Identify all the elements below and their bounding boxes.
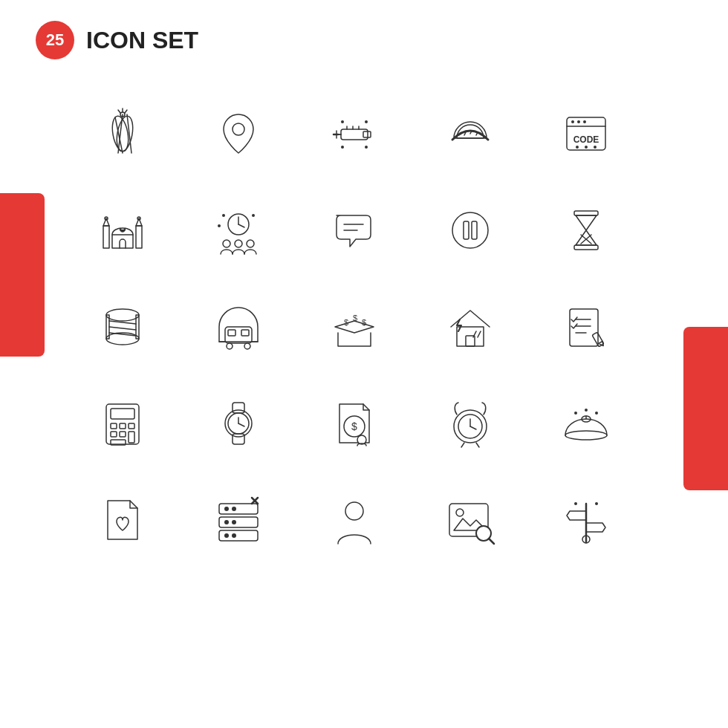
svg-point-44 [235,240,242,247]
svg-point-21 [341,146,344,149]
svg-point-22 [365,146,368,149]
schedule-meeting-icon [198,189,279,271]
page-title: ICON SET [86,27,198,54]
thread-spool-icon [82,286,163,368]
svg-line-8 [118,110,120,113]
image-search-icon [429,479,511,561]
pause-circle-icon [429,189,511,271]
svg-point-58 [106,309,139,321]
svg-point-34 [594,146,597,149]
watch-icon [198,383,279,464]
house-storm-icon [429,286,511,368]
svg-text:$: $ [362,318,366,327]
svg-rect-86 [120,423,126,429]
svg-point-20 [365,120,368,123]
person-icon [313,479,395,561]
svg-rect-92 [233,403,244,413]
signpost-icon [545,479,627,561]
svg-point-45 [247,240,254,247]
svg-rect-61 [136,315,139,339]
svg-line-105 [461,443,464,447]
svg-point-46 [222,214,225,217]
fireworks-icon [82,93,163,175]
subway-icon [198,286,279,368]
svg-point-29 [577,120,580,123]
svg-rect-89 [120,432,126,437]
svg-point-100 [357,435,366,444]
chat-bubbles-icon [313,189,395,271]
svg-line-97 [238,423,244,426]
svg-rect-11 [363,131,371,137]
svg-point-117 [232,507,236,511]
svg-text:CODE: CODE [573,134,599,145]
svg-point-43 [223,240,230,247]
svg-point-68 [227,343,233,349]
svg-point-107 [565,431,607,440]
header: 25 ICON SET [36,21,198,59]
svg-text:$: $ [344,318,348,327]
mosque-icon [82,189,163,271]
svg-point-119 [232,520,236,524]
svg-rect-85 [111,423,117,429]
svg-point-126 [456,509,464,516]
svg-point-33 [585,146,588,149]
svg-point-19 [341,120,344,123]
svg-point-118 [224,520,229,524]
svg-rect-53 [472,221,477,239]
code-window-icon: CODE [545,93,627,175]
checklist-pen-icon [545,286,627,368]
svg-point-131 [574,502,577,505]
watermelon-icon [429,93,511,175]
red-left-decoration [0,193,45,357]
svg-text:$: $ [353,313,357,322]
icon-count-badge: 25 [36,21,74,59]
svg-rect-74 [457,327,484,346]
svg-line-77 [478,331,481,337]
svg-point-48 [218,224,221,227]
svg-point-132 [595,502,598,505]
contract-dollar-icon: $ [313,383,395,464]
svg-point-30 [583,120,586,123]
svg-rect-90 [129,432,134,443]
svg-point-121 [232,533,236,538]
svg-line-63 [109,327,136,330]
svg-rect-93 [233,434,244,444]
svg-point-124 [345,502,363,520]
svg-point-32 [576,146,579,149]
icon-grid: CODE [74,85,654,568]
svg-rect-88 [111,432,117,437]
svg-point-4 [114,115,135,153]
location-pin-icon [198,93,279,175]
svg-rect-54 [574,211,598,215]
server-error-icon [198,479,279,561]
svg-point-69 [244,343,250,349]
svg-line-128 [489,539,494,544]
svg-rect-87 [129,423,134,429]
svg-point-112 [595,412,598,415]
svg-line-7 [125,110,127,113]
hourglass-icon [545,189,627,271]
calculator-icon [82,383,163,464]
money-box-icon: $ $ $ [313,286,395,368]
svg-point-9 [233,123,244,135]
svg-rect-55 [574,245,598,250]
svg-point-110 [574,412,577,415]
svg-point-28 [571,120,574,123]
svg-point-51 [452,212,488,248]
svg-rect-52 [464,221,469,239]
red-right-decoration [683,327,728,490]
serving-dish-icon [545,383,627,464]
svg-rect-84 [111,409,134,419]
svg-rect-39 [112,235,133,248]
svg-point-116 [224,507,229,511]
svg-text:$: $ [351,420,357,432]
alarm-clock-icon [429,383,511,464]
svg-rect-35 [103,226,109,248]
svg-line-106 [476,443,479,447]
svg-point-111 [585,409,588,412]
svg-rect-37 [136,226,142,248]
syringe-icon [313,93,395,175]
svg-point-120 [224,533,229,538]
svg-point-47 [252,214,255,217]
svg-line-42 [238,224,244,227]
